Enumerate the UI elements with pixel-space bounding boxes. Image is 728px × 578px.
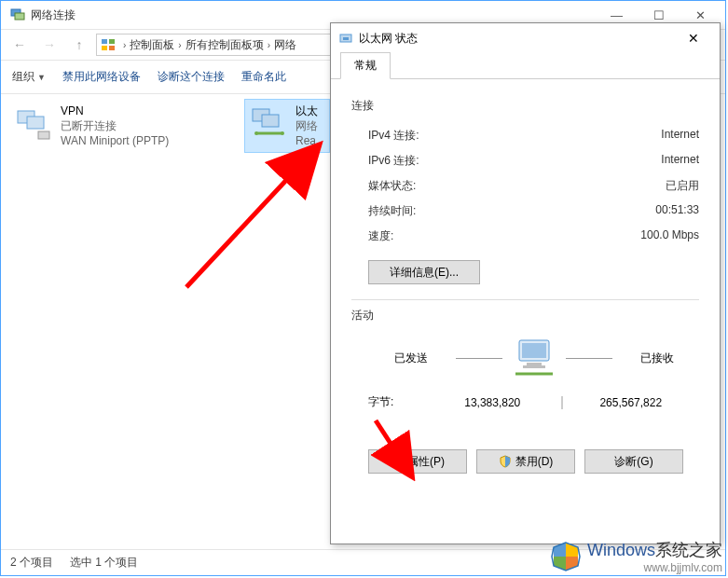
svg-rect-2 (102, 39, 107, 44)
divider (351, 299, 699, 300)
svg-rect-18 (527, 363, 542, 365)
ethernet-adapter-icon (338, 31, 353, 46)
properties-button-label: 属性(P) (407, 454, 445, 470)
speed-row: 速度:100.0 Mbps (351, 224, 699, 249)
window-title: 网络连接 (31, 7, 76, 23)
watermark-url: www.bjjmlv.com (587, 561, 722, 574)
connection-status: 网络 (295, 118, 318, 133)
svg-point-12 (281, 131, 284, 135)
media-state-row: 媒体状态:已启用 (351, 173, 699, 199)
disable-device-button[interactable]: 禁用此网络设备 (62, 69, 141, 85)
activity-section-header: 活动 (351, 308, 699, 323)
breadcrumb-network[interactable]: 网络 (274, 37, 296, 53)
ethernet-status-dialog: 以太网 状态 ✕ 常规 连接 IPv4 连接:Internet IPv6 连接:… (330, 22, 721, 544)
svg-rect-8 (38, 131, 49, 139)
svg-rect-15 (343, 37, 349, 40)
windows-logo-icon (550, 541, 582, 572)
control-panel-icon (101, 37, 116, 52)
media-state-value: 已启用 (666, 178, 699, 194)
chevron-right-icon: › (123, 40, 126, 50)
activity-line (456, 358, 502, 359)
connection-section-header: 连接 (351, 98, 699, 114)
svg-point-11 (254, 131, 258, 135)
duration-row: 持续时间:00:51:33 (351, 199, 699, 224)
svg-rect-10 (262, 115, 279, 127)
media-state-label: 媒体状态: (368, 178, 416, 194)
disable-button[interactable]: 禁用(D) (476, 449, 575, 474)
chevron-right-icon: › (178, 40, 181, 50)
connection-item-ethernet[interactable]: 以太 网络 Rea (245, 100, 329, 152)
svg-rect-5 (109, 46, 115, 50)
ipv6-value: Internet (661, 153, 699, 169)
ipv4-value: Internet (661, 128, 699, 144)
item-count: 2 个项目 (10, 555, 53, 571)
dialog-buttons: 属性(P) 禁用(D) 诊断(G) (368, 449, 699, 474)
svg-rect-19 (523, 365, 545, 368)
connection-labels: 以太 网络 Rea (295, 103, 318, 148)
chevron-right-icon: › (268, 40, 270, 50)
ipv4-row: IPv4 连接:Internet (351, 123, 699, 148)
disable-button-label: 禁用(D) (515, 454, 554, 470)
watermark: Windows系统之家 www.bjjmlv.com (550, 539, 722, 574)
bytes-received-value: 265,567,822 (563, 396, 700, 409)
svg-rect-17 (522, 343, 546, 358)
dialog-body: 连接 IPv4 连接:Internet IPv6 连接:Internet 媒体状… (331, 79, 720, 487)
chevron-down-icon: ▼ (37, 73, 46, 82)
activity-diagram: 已发送 已接收 (368, 337, 699, 379)
properties-button[interactable]: 属性(P) (368, 449, 467, 474)
svg-rect-3 (109, 39, 115, 44)
back-button[interactable]: ← (7, 32, 33, 58)
watermark-suffix: 系统之家 (655, 541, 722, 559)
connection-name: VPN (61, 103, 169, 118)
speed-value: 100.0 Mbps (640, 228, 699, 244)
vpn-connection-icon (14, 103, 55, 144)
duration-value: 00:51:33 (655, 203, 699, 219)
bytes-row: 字节: 13,383,820 265,567,822 (368, 394, 699, 410)
forward-button[interactable]: → (36, 32, 62, 58)
connection-labels: VPN 已断开连接 WAN Miniport (PPTP) (61, 103, 169, 148)
dialog-titlebar[interactable]: 以太网 状态 ✕ (331, 23, 720, 53)
dialog-close-button[interactable]: ✕ (675, 25, 712, 51)
svg-rect-7 (27, 117, 44, 129)
svg-rect-1 (15, 13, 24, 20)
bytes-label: 字节: (368, 394, 424, 410)
diagnose-connection-button[interactable]: 诊断这个连接 (158, 69, 225, 85)
connection-status: 已断开连接 (61, 118, 169, 133)
tab-general[interactable]: 常规 (340, 52, 391, 79)
selection-count: 选中 1 个项目 (70, 555, 138, 571)
received-label: 已接收 (620, 351, 694, 366)
details-button[interactable]: 详细信息(E)... (368, 260, 480, 284)
ipv6-row: IPv6 连接:Internet (351, 148, 699, 173)
speed-label: 速度: (368, 228, 393, 244)
watermark-brand: Windows (587, 541, 655, 559)
ipv4-label: IPv4 连接: (368, 128, 419, 144)
network-connections-icon (10, 7, 25, 22)
svg-rect-4 (102, 46, 107, 50)
activity-line (566, 358, 612, 359)
computer-icon (510, 337, 558, 379)
dialog-tabs: 常规 (331, 53, 720, 79)
sent-label: 已发送 (374, 351, 448, 366)
connection-item-vpn[interactable]: VPN 已断开连接 WAN Miniport (PPTP) (10, 100, 234, 152)
rename-connection-button[interactable]: 重命名此 (241, 69, 286, 85)
breadcrumb-control-panel[interactable]: 控制面板 (130, 37, 174, 53)
dialog-title: 以太网 状态 (359, 31, 418, 47)
shield-icon (391, 455, 404, 468)
bytes-sent-value: 13,383,820 (424, 396, 561, 409)
breadcrumb-all-items[interactable]: 所有控制面板项 (185, 37, 264, 53)
shield-icon (499, 455, 512, 468)
duration-label: 持续时间: (368, 203, 416, 219)
connection-name: 以太 (295, 103, 318, 118)
ipv6-label: IPv6 连接: (368, 153, 419, 169)
ethernet-connection-icon (249, 103, 290, 144)
organize-menu[interactable]: 组织▼ (12, 69, 46, 85)
diagnose-button-label: 诊断(G) (614, 454, 652, 470)
connection-device: WAN Miniport (PPTP) (61, 133, 169, 148)
up-button[interactable]: ↑ (66, 32, 92, 58)
connection-device: Rea (295, 133, 318, 148)
diagnose-button[interactable]: 诊断(G) (584, 449, 683, 474)
